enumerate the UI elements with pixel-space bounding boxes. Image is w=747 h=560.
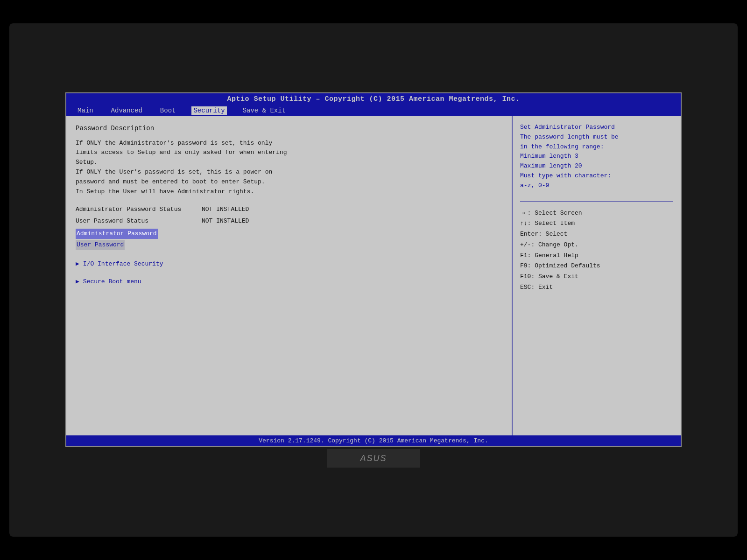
status-value: NOT INSTALLED	[202, 217, 249, 226]
status-row: Administrator Password StatusNOT INSTALL…	[76, 205, 502, 214]
help-line: Must type with character:	[520, 171, 673, 181]
help-line: a-z, 0-9	[520, 181, 673, 191]
content-area: Password Description If ONLY the Adminis…	[66, 116, 681, 435]
password-items-block: Administrator PasswordUser Password	[76, 229, 502, 251]
right-panel: Set Administrator PasswordThe password l…	[513, 116, 681, 435]
shortcut-item: Enter: Select	[520, 229, 673, 240]
desc-line: If ONLY the User's password is set, this…	[76, 168, 502, 177]
help-line: Maximum length 20	[520, 161, 673, 171]
status-label: Administrator Password Status	[76, 205, 202, 214]
status-value: NOT INSTALLED	[202, 205, 249, 214]
nav-item-main[interactable]: Main	[76, 106, 95, 115]
submenu-arrow-icon: ▶	[76, 259, 79, 269]
footer-bar: Version 2.17.1249. Copyright (C) 2015 Am…	[66, 435, 681, 446]
desc-line: Setup.	[76, 158, 502, 168]
help-line: in the following range:	[520, 142, 673, 152]
shortcut-item: +/-: Change Opt.	[520, 240, 673, 251]
footer-text: Version 2.17.1249. Copyright (C) 2015 Am…	[259, 437, 488, 444]
help-line: The password length must be	[520, 133, 673, 142]
shortcut-item: F9: Optimized Defaults	[520, 261, 673, 272]
nav-item-boot[interactable]: Boot	[158, 106, 178, 115]
nav-item-security[interactable]: Security	[191, 106, 226, 115]
submenu-label: Secure Boot menu	[83, 277, 141, 287]
status-label: User Password Status	[76, 217, 202, 226]
description-text: If ONLY the Administrator's password is …	[76, 139, 502, 197]
shortcut-item: ↑↓: Select Item	[520, 218, 673, 229]
section-title: Password Description	[76, 124, 502, 134]
submenu-items: ▶I/O Interface Security▶Secure Boot menu	[76, 259, 502, 287]
submenu-item-secure-boot-menu[interactable]: ▶Secure Boot menu	[76, 277, 502, 287]
password-link-user-password[interactable]: User Password	[76, 240, 125, 250]
status-row: User Password StatusNOT INSTALLED	[76, 217, 502, 226]
shortcut-list: →←: Select Screen↑↓: Select ItemEnter: S…	[520, 208, 673, 293]
bios-title: Aptio Setup Utility – Copyright (C) 2015…	[227, 95, 520, 103]
monitor-outer: Aptio Setup Utility – Copyright (C) 2015…	[9, 23, 738, 537]
left-panel: Password Description If ONLY the Adminis…	[66, 116, 513, 435]
bios-screen: Aptio Setup Utility – Copyright (C) 2015…	[65, 92, 682, 447]
submenu-arrow-icon: ▶	[76, 277, 79, 287]
nav-bar: MainAdvancedBootSecuritySave & Exit	[66, 105, 681, 116]
desc-line: If ONLY the Administrator's password is …	[76, 139, 502, 148]
brand-label: ASUS	[360, 454, 387, 463]
shortcut-item: ESC: Exit	[520, 282, 673, 293]
shortcut-item: F10: Save & Exit	[520, 272, 673, 282]
password-link-administrator-password[interactable]: Administrator Password	[76, 229, 158, 239]
help-line: Set Administrator Password	[520, 123, 673, 133]
desc-line: In Setup the User will have Administrato…	[76, 187, 502, 197]
nav-item-advanced[interactable]: Advanced	[109, 106, 144, 115]
status-rows: Administrator Password StatusNOT INSTALL…	[76, 205, 502, 225]
desc-line: password and must be entered to boot to …	[76, 177, 502, 187]
monitor-stand: ASUS	[327, 449, 420, 468]
help-text: Set Administrator PasswordThe password l…	[520, 123, 673, 191]
panel-divider	[520, 201, 673, 202]
shortcut-item: →←: Select Screen	[520, 208, 673, 219]
bios-title-bar: Aptio Setup Utility – Copyright (C) 2015…	[66, 93, 681, 105]
submenu-label: I/O Interface Security	[83, 259, 163, 269]
submenu-item-i/o-interface-security[interactable]: ▶I/O Interface Security	[76, 259, 502, 269]
desc-line: limits access to Setup and is only asked…	[76, 148, 502, 158]
shortcut-item: F1: General Help	[520, 251, 673, 261]
help-line: Minimum length 3	[520, 152, 673, 161]
nav-item-save---exit[interactable]: Save & Exit	[241, 106, 288, 115]
